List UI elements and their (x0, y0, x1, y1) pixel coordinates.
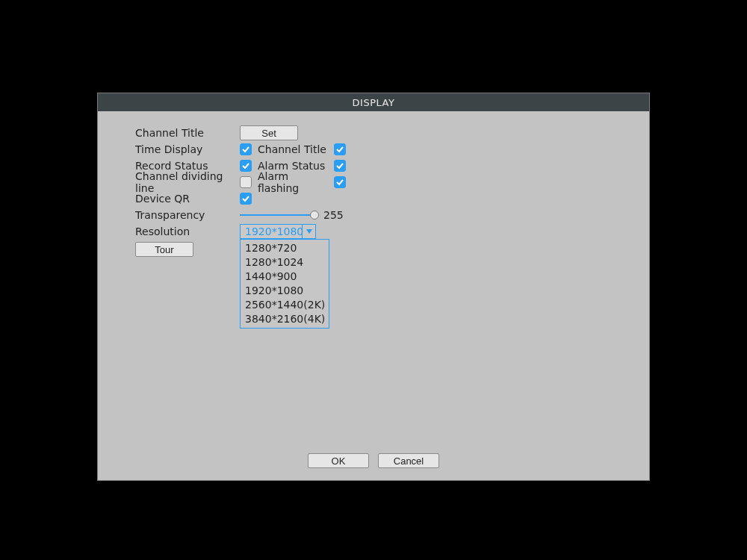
display-dialog: DISPLAY Channel Title Set Time Display C… (97, 93, 650, 481)
resolution-option[interactable]: 3840*2160(4K) (241, 312, 329, 326)
resolution-dropdown: 1280*720 1280*1024 1440*900 1920*1080 25… (240, 239, 329, 329)
dropdown-toggle[interactable] (302, 225, 315, 238)
slider-thumb[interactable] (310, 211, 319, 220)
check-icon (335, 145, 344, 154)
record-status-checkbox[interactable] (240, 160, 252, 172)
check-icon (241, 145, 250, 154)
chevron-down-icon (306, 229, 312, 234)
check-icon (335, 178, 344, 187)
time-display-checkbox[interactable] (240, 143, 252, 155)
channel-dividing-line-checkbox[interactable] (240, 176, 252, 188)
resolution-option[interactable]: 1920*1080 (241, 284, 329, 298)
alarm-flashing-checkbox[interactable] (334, 176, 346, 188)
dialog-footer: OK Cancel (98, 453, 649, 480)
set-button[interactable]: Set (240, 125, 298, 140)
alarm-status-checkbox[interactable] (334, 160, 346, 172)
ok-button[interactable]: OK (308, 453, 369, 468)
dialog-title: DISPLAY (98, 93, 649, 111)
channel-title-checkbox[interactable] (334, 143, 346, 155)
transparency-label: Transparency (135, 209, 240, 221)
resolution-option[interactable]: 2560*1440(2K) (241, 298, 329, 312)
cancel-button[interactable]: Cancel (378, 453, 439, 468)
channel-dividing-line-label: Channel dividing line (135, 170, 240, 194)
resolution-selected: 1920*1080 (241, 225, 302, 237)
check-icon (241, 194, 250, 203)
channel-title-label: Channel Title (135, 127, 240, 139)
device-qr-checkbox[interactable] (240, 193, 252, 205)
tour-button[interactable]: Tour (135, 242, 193, 257)
channel-title-cb-label: Channel Title (258, 143, 329, 155)
transparency-value: 255 (323, 209, 344, 221)
check-icon (241, 161, 250, 170)
transparency-slider[interactable] (240, 209, 314, 221)
alarm-flashing-label: Alarm flashing (258, 170, 329, 194)
resolution-label: Resolution (135, 225, 240, 237)
resolution-select[interactable]: 1920*1080 1280*720 1280*1024 1440*900 19… (240, 224, 316, 239)
slider-track (240, 214, 314, 216)
resolution-option[interactable]: 1440*900 (241, 270, 329, 284)
resolution-option[interactable]: 1280*1024 (241, 255, 329, 270)
device-qr-label: Device QR (135, 193, 240, 205)
time-display-label: Time Display (135, 143, 240, 155)
check-icon (335, 161, 344, 170)
dialog-body: Channel Title Set Time Display Channel T… (98, 111, 649, 453)
resolution-option[interactable]: 1280*720 (241, 241, 329, 255)
